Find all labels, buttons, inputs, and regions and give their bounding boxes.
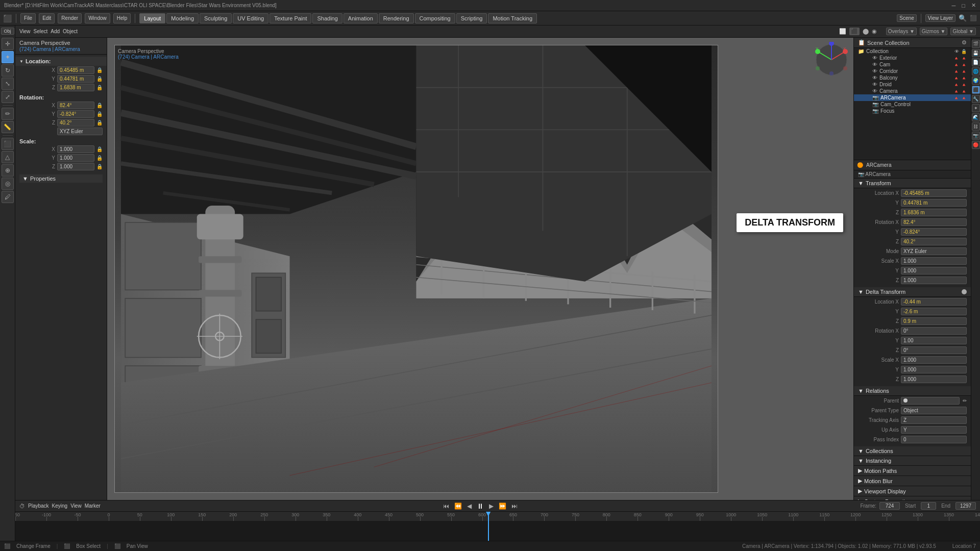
physics-props-icon[interactable]: 🌊 bbox=[972, 113, 980, 121]
outliner-item-collection[interactable]: 📁 Collection 👁 🔒 bbox=[854, 48, 971, 55]
tab-uv-editing[interactable]: UV Editing bbox=[233, 13, 268, 23]
scene-select[interactable]: Scene bbox=[897, 14, 916, 22]
view-layer-props-icon[interactable]: 📄 bbox=[972, 58, 980, 66]
obj-transform-header[interactable]: ▼ Transform bbox=[854, 179, 971, 188]
gizmo-btn[interactable]: Gizmos ▼ bbox=[920, 28, 948, 35]
file-menu[interactable]: File bbox=[20, 13, 36, 23]
tab-sculpting[interactable]: Sculpting bbox=[200, 13, 232, 23]
outliner-item-cam[interactable]: 👁 Cam 🔺 🔺 bbox=[854, 61, 971, 68]
parent-type-value[interactable]: Object bbox=[901, 407, 967, 414]
end-frame-input[interactable]: 1297 bbox=[955, 502, 976, 510]
object-props-icon[interactable]: ⬛ bbox=[972, 86, 980, 94]
obj-scale-x[interactable]: 1.000 bbox=[901, 257, 967, 265]
outliner-item-balcony[interactable]: 👁 Balcony 🔺 🔺 bbox=[854, 74, 971, 81]
material-props-icon[interactable]: 🔴 bbox=[972, 141, 980, 149]
render-btn[interactable]: ◉ bbox=[872, 28, 877, 35]
instancing-header[interactable]: ▼ Instancing bbox=[854, 456, 971, 466]
properties-header-btn[interactable]: ▼ Properties bbox=[19, 174, 103, 183]
extra-tool-4[interactable]: ◎ bbox=[2, 178, 14, 190]
delta-rot-x[interactable]: 0° bbox=[901, 327, 967, 335]
view-menu[interactable]: View bbox=[19, 29, 31, 34]
tab-compositing[interactable]: Compositing bbox=[415, 13, 455, 23]
obj-scale-y[interactable]: 1.000 bbox=[901, 267, 967, 274]
timeline-view-label[interactable]: View bbox=[70, 503, 82, 509]
viewport-display-header[interactable]: ▶ Viewport Display bbox=[854, 486, 971, 496]
tab-layout[interactable]: Layout bbox=[139, 13, 165, 23]
scale-tool[interactable]: ⤡ bbox=[2, 78, 14, 90]
tab-animation[interactable]: Animation bbox=[344, 13, 378, 23]
obj-rotation-y[interactable]: -0.824° bbox=[901, 228, 967, 236]
filter-icon[interactable]: ⬛ bbox=[970, 15, 977, 21]
rotation-z-lock[interactable]: 🔒 bbox=[96, 120, 103, 126]
scale-x-lock[interactable]: 🔒 bbox=[96, 146, 103, 152]
delta-rot-y[interactable]: 1.00 bbox=[901, 337, 967, 344]
output-props-icon[interactable]: 💾 bbox=[972, 49, 980, 57]
custom-props-header[interactable]: ▶ Custom Properties bbox=[854, 496, 971, 500]
obj-location-z[interactable]: 1.6836 m bbox=[901, 209, 967, 216]
add-menu[interactable]: Add bbox=[51, 29, 60, 34]
constraints-props-icon[interactable]: ⛓ bbox=[972, 122, 980, 131]
scale-x-value[interactable]: 1.000 bbox=[57, 145, 94, 153]
parent-edit-btn[interactable]: ✏ bbox=[963, 398, 967, 404]
scale-y-value[interactable]: 1.000 bbox=[57, 154, 94, 162]
tab-modeling[interactable]: Modeling bbox=[166, 13, 199, 23]
tab-scripting[interactable]: Scripting bbox=[456, 13, 487, 23]
tab-motion-tracking[interactable]: Motion Tracking bbox=[488, 13, 537, 23]
object-menu[interactable]: Object bbox=[63, 29, 78, 34]
prev-frame-btn[interactable]: ◀ bbox=[465, 503, 473, 510]
pass-index-value[interactable]: 0 bbox=[901, 436, 967, 443]
extra-tool-3[interactable]: ⊕ bbox=[2, 164, 14, 177]
rotation-y-value[interactable]: -0.824° bbox=[57, 110, 94, 118]
prev-keyframe-btn[interactable]: ⏪ bbox=[453, 503, 463, 510]
delta-loc-y[interactable]: -2.6 m bbox=[901, 308, 967, 315]
outliner-item-droid[interactable]: 👁 Droid 🔺 🔺 bbox=[854, 81, 971, 88]
cursor-tool[interactable]: ✛ bbox=[2, 38, 14, 50]
outliner-filter[interactable]: ⚙ bbox=[962, 39, 967, 46]
annotate-tool[interactable]: ✏ bbox=[2, 108, 14, 120]
next-frame-btn[interactable]: ▶ bbox=[487, 503, 495, 510]
motion-paths-header[interactable]: ▶ Motion Paths bbox=[854, 466, 971, 476]
move-tool[interactable]: ✦ bbox=[2, 51, 14, 63]
delta-rot-z[interactable]: 0° bbox=[901, 346, 967, 354]
jump-end-btn[interactable]: ⏭ bbox=[510, 503, 519, 510]
timeline-track[interactable] bbox=[15, 521, 980, 541]
outliner-item-focus[interactable]: 📷 Focus bbox=[854, 108, 971, 114]
outliner-item-cam-control[interactable]: 📷 Cam_Control bbox=[854, 101, 971, 108]
location-y-value[interactable]: 0.44781 m bbox=[57, 75, 94, 83]
rotate-tool[interactable]: ↻ bbox=[2, 64, 14, 77]
global-btn[interactable]: Global ▼ bbox=[950, 28, 976, 35]
scale-z-value[interactable]: 1.000 bbox=[57, 163, 94, 170]
tracking-axis-value[interactable]: Z bbox=[901, 416, 967, 424]
outliner-item-corridor[interactable]: 👁 Corridor 🔺 🔺 bbox=[854, 68, 971, 74]
parent-value[interactable] bbox=[901, 397, 960, 405]
start-frame-input[interactable]: 1 bbox=[921, 502, 936, 510]
extra-tool-1[interactable]: ⬛ bbox=[2, 138, 14, 150]
obj-location-y[interactable]: 0.44781 m bbox=[901, 199, 967, 207]
obj-scale-z[interactable]: 1.000 bbox=[901, 277, 967, 284]
location-y-lock[interactable]: 🔒 bbox=[96, 76, 103, 82]
current-frame-input[interactable]: 724 bbox=[879, 502, 900, 510]
play-btn[interactable]: ⏸ bbox=[475, 502, 485, 510]
tab-rendering[interactable]: Rendering bbox=[379, 13, 414, 23]
delta-scale-x[interactable]: 1.000 bbox=[901, 356, 967, 364]
delta-transform-header[interactable]: ▼ Delta Transform bbox=[854, 287, 971, 297]
render-menu[interactable]: Render bbox=[58, 13, 82, 23]
scale-y-lock[interactable]: 🔒 bbox=[96, 155, 103, 161]
maximize-btn[interactable]: □ bbox=[962, 3, 965, 9]
obj-rotation-z[interactable]: 40.2° bbox=[901, 238, 967, 245]
modifier-props-icon[interactable]: 🔧 bbox=[972, 95, 980, 103]
timeline-marker-label[interactable]: Marker bbox=[85, 503, 101, 509]
search-icon[interactable]: 🔍 bbox=[959, 14, 967, 22]
overlay-btn[interactable]: Overlays ▼ bbox=[886, 28, 917, 35]
collections-header[interactable]: ▼ Collections bbox=[854, 446, 971, 456]
mode-select[interactable]: Obj bbox=[1, 28, 14, 35]
scene-props-icon[interactable]: 🌐 bbox=[972, 67, 980, 76]
rotation-type-value[interactable]: XYZ Euler bbox=[57, 128, 103, 135]
extra-tool-2[interactable]: △ bbox=[2, 151, 14, 163]
tab-shading[interactable]: Shading bbox=[312, 13, 342, 23]
select-menu[interactable]: Select bbox=[34, 29, 48, 34]
next-keyframe-btn[interactable]: ⏩ bbox=[497, 503, 508, 510]
jump-start-btn[interactable]: ⏮ bbox=[442, 503, 451, 510]
outliner-item-exterior[interactable]: 👁 Exterior 🔺 🔺 bbox=[854, 55, 971, 61]
relations-header[interactable]: ▼ Relations bbox=[854, 386, 971, 396]
